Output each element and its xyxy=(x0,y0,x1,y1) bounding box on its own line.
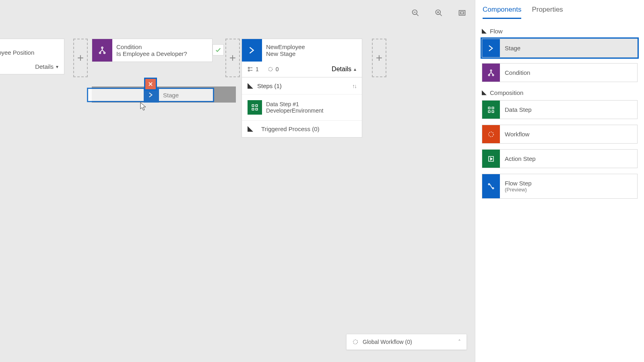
svg-rect-29 xyxy=(488,111,490,113)
condition-card[interactable]: Condition Is Employee a Developer? xyxy=(92,39,213,62)
chevron-up-icon: ▴ xyxy=(354,66,356,72)
reorder-arrows-icon[interactable]: ↑↓ xyxy=(352,83,356,89)
svg-rect-21 xyxy=(252,108,254,110)
flow-step-label-sub: (Preview) xyxy=(505,187,532,193)
data-step-title: Data Step #1 xyxy=(266,101,323,107)
svg-rect-8 xyxy=(460,12,464,14)
svg-rect-14 xyxy=(248,67,250,68)
component-flow-step-label: Flow Step (Preview) xyxy=(500,174,537,198)
component-condition[interactable]: Condition xyxy=(482,63,638,82)
stage-name: NewEmployee xyxy=(266,43,358,50)
collapse-triangle-icon xyxy=(482,90,487,95)
svg-rect-16 xyxy=(248,70,250,71)
section-composition[interactable]: Composition xyxy=(482,89,638,96)
stage-icon xyxy=(482,39,500,57)
svg-rect-22 xyxy=(256,108,258,110)
condition-question: Is Employee a Developer? xyxy=(116,50,208,57)
tab-properties[interactable]: Properties xyxy=(532,6,563,19)
svg-point-24 xyxy=(490,70,491,71)
component-stage[interactable]: Stage xyxy=(482,39,638,58)
fit-screen-icon[interactable] xyxy=(456,7,468,19)
svg-rect-7 xyxy=(459,10,465,15)
section-flow[interactable]: Flow xyxy=(482,28,638,35)
details-toggle[interactable]: Details ▾ xyxy=(35,63,58,70)
add-slot[interactable]: + xyxy=(73,39,88,77)
zoom-in-icon[interactable] xyxy=(433,7,444,19)
designer-canvas[interactable]: ee mployee Position Details ▾ + Conditio… xyxy=(0,0,475,362)
section-composition-label: Composition xyxy=(490,89,523,96)
details-toggle[interactable]: Details ▴ xyxy=(332,66,356,73)
dragged-stage-label: Stage xyxy=(159,92,179,99)
steps-section-header[interactable]: Steps (1) ↑↓ xyxy=(242,78,362,95)
component-action-step[interactable]: Action Step xyxy=(482,149,638,168)
condition-icon xyxy=(92,39,112,62)
collapse-triangle-icon xyxy=(482,29,487,34)
delete-handle-icon[interactable] xyxy=(144,78,157,90)
svg-rect-20 xyxy=(256,105,258,107)
svg-point-26 xyxy=(492,74,493,76)
zoom-out-icon[interactable] xyxy=(410,7,421,19)
workflow-count-value: 0 xyxy=(276,66,279,72)
step-count-value: 1 xyxy=(256,66,259,72)
stage-stats-row: 1 0 Details ▴ xyxy=(242,62,362,77)
chevron-up-icon: ˄ xyxy=(458,339,461,345)
svg-point-9 xyxy=(101,47,103,49)
workflow-count: 0 xyxy=(268,66,279,72)
svg-point-11 xyxy=(104,52,105,54)
add-slot[interactable]: + xyxy=(225,39,240,77)
global-workflow-label: Global Workflow (0) xyxy=(363,339,412,345)
svg-rect-28 xyxy=(492,107,494,109)
details-label: Details xyxy=(35,63,54,70)
canvas-toolbar xyxy=(410,7,468,19)
svg-point-18 xyxy=(268,67,272,71)
component-workflow[interactable]: Workflow xyxy=(482,125,638,144)
svg-point-31 xyxy=(489,132,493,137)
side-panel: Components Properties Flow Stage Conditi… xyxy=(475,0,644,362)
component-data-step[interactable]: Data Step xyxy=(482,100,638,119)
mouse-cursor-icon xyxy=(140,102,147,110)
steps-label: Steps (1) xyxy=(257,82,282,89)
stage-subtitle: New Stage xyxy=(266,50,358,57)
condition-true-badge xyxy=(213,44,224,56)
component-flow-step[interactable]: Flow Step (Preview) xyxy=(482,174,638,199)
svg-point-10 xyxy=(99,52,101,54)
plus-icon: + xyxy=(229,51,236,64)
stage-subtitle: mployee Position xyxy=(0,49,60,56)
svg-point-25 xyxy=(488,74,489,76)
add-slot[interactable]: + xyxy=(372,39,386,77)
svg-rect-27 xyxy=(488,107,490,109)
workflow-icon xyxy=(482,125,500,143)
step-count: 1 xyxy=(248,66,259,72)
component-workflow-label: Workflow xyxy=(500,125,534,143)
condition-icon xyxy=(482,64,500,82)
plus-icon: + xyxy=(77,51,84,64)
svg-rect-19 xyxy=(252,105,254,107)
data-step-icon xyxy=(482,101,500,119)
svg-line-4 xyxy=(440,14,442,16)
svg-line-1 xyxy=(417,14,419,16)
flow-step-icon xyxy=(482,174,500,198)
triggered-label: Triggered Process (0) xyxy=(261,125,320,132)
action-step-icon xyxy=(482,150,500,168)
triggered-process-header[interactable]: Triggered Process (0) xyxy=(242,121,362,137)
collapse-triangle-icon xyxy=(248,126,253,132)
component-action-step-label: Action Step xyxy=(500,150,541,168)
component-condition-label: Condition xyxy=(500,64,535,82)
flow-step-label-main: Flow Step xyxy=(505,180,532,187)
plus-icon: + xyxy=(376,51,382,64)
condition-title: Condition xyxy=(116,43,208,50)
svg-marker-33 xyxy=(491,158,493,160)
stage-icon xyxy=(242,39,262,62)
section-flow-label: Flow xyxy=(490,28,503,35)
chevron-down-icon: ▾ xyxy=(56,64,58,70)
collapse-triangle-icon xyxy=(248,83,253,89)
data-step-icon xyxy=(248,100,262,115)
component-data-step-label: Data Step xyxy=(500,101,537,119)
stage-card-employee-position[interactable]: ee mployee Position Details ▾ xyxy=(0,39,64,74)
data-step-item[interactable]: Data Step #1 DeveloperEnvironment xyxy=(242,95,362,121)
global-workflow-bar[interactable]: Global Workflow (0) ˄ xyxy=(346,334,467,350)
svg-point-23 xyxy=(353,340,358,344)
tab-components[interactable]: Components xyxy=(483,6,521,19)
data-step-subtitle: DeveloperEnvironment xyxy=(266,107,323,114)
stage-card-new-employee[interactable]: NewEmployee New Stage 1 0 Details ▴ Step… xyxy=(242,39,362,138)
